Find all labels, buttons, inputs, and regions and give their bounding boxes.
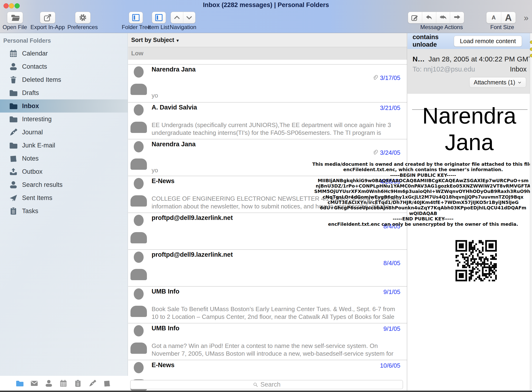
message-row[interactable]: A. David Salvia3/21/05EE Undergrads (spe… bbox=[128, 102, 407, 139]
message-folder: Inbox bbox=[510, 65, 527, 73]
contacts-icon[interactable] bbox=[45, 379, 53, 387]
sidebar-item-search-results[interactable]: Search results bbox=[0, 178, 128, 191]
search-input[interactable]: Search bbox=[130, 380, 403, 389]
message-row[interactable]: Narendra Jana3/17/05yo bbox=[128, 64, 407, 102]
sidebar-item-label: Outbox bbox=[22, 168, 43, 175]
message-sender: proftpd@dell9.lazerlink.net bbox=[152, 214, 233, 222]
forward-button[interactable] bbox=[450, 12, 464, 23]
message-sender: UMB Info bbox=[152, 325, 179, 332]
font-bigger-button[interactable]: A bbox=[501, 12, 516, 23]
sidebar-item-label: Junk E-mail bbox=[22, 142, 55, 149]
sidebar-item-drafts[interactable]: Drafts bbox=[0, 86, 128, 99]
sort-label: Sort by Subject bbox=[131, 37, 174, 43]
scrollbar[interactable] bbox=[530, 33, 532, 391]
avatar-icon bbox=[130, 215, 147, 243]
toolbar-overflow-button[interactable]: » bbox=[522, 13, 531, 23]
avatar-icon bbox=[130, 252, 147, 280]
message-list-pane: Sort by Subject▼ Low Narendra Jana3/17/0… bbox=[128, 33, 407, 392]
scroll-marker-icon bbox=[530, 54, 532, 57]
sidebar-item-calendar[interactable]: Calendar bbox=[0, 47, 128, 60]
clipboard-icon bbox=[9, 206, 18, 215]
avatar-icon bbox=[130, 104, 147, 133]
navigate-down-button[interactable] bbox=[183, 12, 195, 23]
sidebar-item-label: Contacts bbox=[22, 63, 47, 70]
message-date: 3/24/05 bbox=[372, 149, 400, 156]
sort-by-subject-header[interactable]: Sort by Subject▼ bbox=[128, 33, 407, 47]
message-preview: Book Sale To Benefit UMass Boston’s Earl… bbox=[152, 305, 401, 321]
sidebar-item-inbox[interactable]: Inbox bbox=[0, 99, 128, 112]
sender-name-truncated: N… bbox=[413, 55, 425, 63]
chevron-down-icon bbox=[518, 80, 522, 85]
reading-pane: contains unloade Load remote content N… … bbox=[407, 33, 532, 392]
load-remote-content-button[interactable]: Load remote content bbox=[454, 36, 522, 47]
message-date: 3/21/05 bbox=[380, 104, 400, 112]
sidebar-item-deleted-items[interactable]: Deleted Items bbox=[0, 73, 128, 86]
message-row[interactable]: proftpd@dell9.lazerlink.net8/4/05 bbox=[128, 249, 407, 286]
sidebar-item-sent-items[interactable]: Sent Items bbox=[0, 191, 128, 205]
message-date: 8/4/05 bbox=[384, 260, 400, 267]
message-sender: proftpd@dell9.lazerlink.net bbox=[152, 251, 233, 258]
message-date: 10/6/05 bbox=[380, 362, 400, 369]
message-sender: Narendra Jana bbox=[152, 66, 196, 73]
reply-button[interactable] bbox=[422, 12, 436, 23]
folder-tree-toggle-button[interactable] bbox=[129, 12, 143, 23]
attachment-preview-title: Narendra Jana bbox=[407, 103, 531, 155]
message-row[interactable]: UMB Info9/1/05Book Sale To Benefit UMass… bbox=[128, 286, 407, 323]
sidebar-item-interesting[interactable]: Interesting bbox=[0, 112, 128, 126]
message-row[interactable]: Narendra Jana3/24/05yo bbox=[128, 139, 407, 176]
message-rows: Narendra Jana3/17/05yoA. David Salvia3/2… bbox=[128, 64, 407, 392]
message-date: 4/28/05 bbox=[380, 178, 400, 185]
mail-icon[interactable] bbox=[30, 379, 38, 387]
reply-icon bbox=[425, 13, 433, 22]
journal-pen-icon bbox=[9, 128, 18, 137]
forward-icon bbox=[453, 13, 461, 22]
paperclip-icon bbox=[372, 150, 378, 156]
font-size-group: A A bbox=[486, 12, 516, 23]
paper-plane-icon bbox=[9, 193, 18, 202]
panel-icon bbox=[155, 13, 163, 22]
message-actions-group bbox=[408, 12, 464, 23]
sidebar-item-contacts[interactable]: Contacts bbox=[0, 60, 128, 73]
navigate-up-button[interactable] bbox=[171, 12, 183, 23]
sidebar-item-notes[interactable]: Notes bbox=[0, 152, 128, 165]
notes-icon[interactable] bbox=[103, 379, 111, 387]
preferences-label: Preferences bbox=[65, 24, 100, 30]
item-list-toggle-button[interactable] bbox=[152, 12, 166, 23]
open-file-button[interactable] bbox=[7, 12, 23, 23]
export-icon bbox=[43, 13, 52, 22]
avatar-icon bbox=[130, 288, 147, 317]
folder-list: CalendarContactsDeleted ItemsDraftsInbox… bbox=[0, 47, 128, 218]
sidebar-item-outbox[interactable]: Outbox bbox=[0, 165, 128, 178]
reply-all-button[interactable] bbox=[436, 12, 450, 23]
message-date: 3/17/05 bbox=[372, 74, 400, 82]
folder-sidebar: Personal Folders CalendarContactsDeleted… bbox=[0, 33, 128, 392]
preferences-button[interactable] bbox=[75, 12, 90, 23]
message-row[interactable]: proftpd@dell9.lazerlink.net8/4/05 bbox=[128, 213, 407, 249]
message-preview: yo bbox=[152, 167, 401, 174]
sidebar-item-tasks[interactable]: Tasks bbox=[0, 205, 128, 218]
attachments-label: Attachments (1) bbox=[474, 79, 515, 86]
contacts-icon bbox=[9, 62, 18, 71]
font-smaller-button[interactable]: A bbox=[486, 12, 501, 23]
sidebar-item-journal[interactable]: Journal bbox=[0, 126, 128, 139]
sidebar-item-junk-e-mail[interactable]: Junk E-mail bbox=[0, 139, 128, 152]
message-to: To: nnj102@psu.edu bbox=[413, 65, 475, 73]
titlebar: Inbox (2282 messages) | Personal Folders… bbox=[0, 0, 532, 33]
message-sender: A. David Salvia bbox=[152, 104, 197, 111]
message-header: N… Jan 28, 2005 at 4:00:22 PM GMT To: nn… bbox=[407, 49, 532, 94]
message-row[interactable]: E-News4/28/05COLLEGE OF ENGINEERING ELEC… bbox=[128, 176, 407, 213]
sidebar-item-label: Drafts bbox=[22, 89, 39, 97]
folder-icon[interactable] bbox=[15, 379, 24, 387]
chevron-up-icon bbox=[173, 13, 181, 22]
journal-pen-icon[interactable] bbox=[88, 379, 97, 387]
sidebar-item-label: Calendar bbox=[22, 50, 48, 57]
folder-icon bbox=[9, 88, 18, 97]
sidebar-item-label: Interesting bbox=[22, 116, 52, 123]
export-in-app-button[interactable] bbox=[40, 12, 55, 23]
message-preview: EE Undergrads (specifically current JUNI… bbox=[152, 121, 401, 137]
attachments-dropdown[interactable]: Attachments (1) bbox=[469, 77, 526, 88]
calendar-icon[interactable] bbox=[59, 379, 68, 387]
clipboard-icon[interactable] bbox=[74, 379, 82, 387]
compose-button[interactable] bbox=[408, 12, 422, 23]
message-row[interactable]: UMB Info9/1/05Got a name? Win an iPod! E… bbox=[128, 323, 407, 360]
